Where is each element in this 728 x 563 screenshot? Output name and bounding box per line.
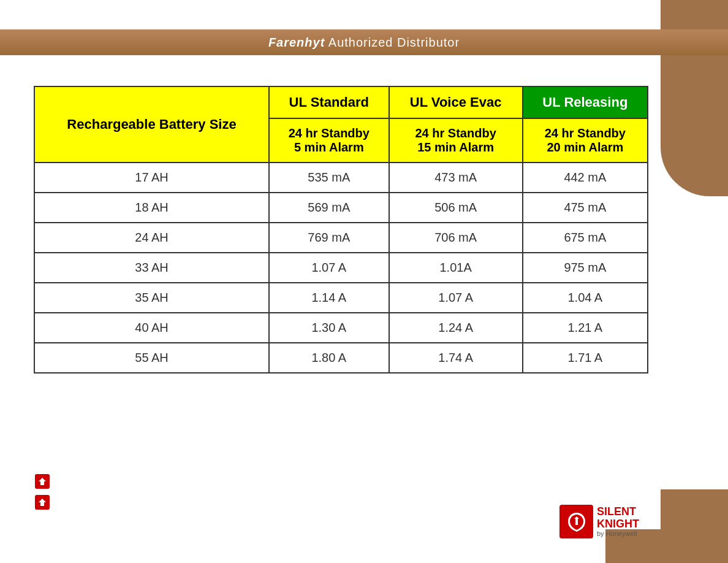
table-row: 40 AH1.30 A1.24 A1.21 A bbox=[34, 313, 648, 343]
table-row: 24 AH769 mA706 mA675 mA bbox=[34, 223, 648, 253]
table-row: 55 AH1.80 A1.74 A1.71 A bbox=[34, 343, 648, 373]
cell-releasing-0: 442 mA bbox=[523, 163, 648, 193]
footer-icons bbox=[34, 473, 51, 511]
col-releasing-header: UL Releasing bbox=[523, 86, 648, 118]
cell-standard-5: 1.30 A bbox=[269, 313, 389, 343]
sk-logo: SILENTKNIGHT by Honeywell bbox=[559, 505, 639, 538]
sk-logo-icon bbox=[559, 505, 593, 538]
cell-standard-3: 1.07 A bbox=[269, 253, 389, 283]
header-title: Farenhyt Authorized Distributor bbox=[268, 36, 460, 50]
cell-releasing-2: 675 mA bbox=[523, 223, 648, 253]
cell-voice-3: 1.01A bbox=[389, 253, 523, 283]
footer-icon-2 bbox=[34, 494, 51, 511]
footer-icon-1 bbox=[34, 473, 51, 490]
col-releasing-subheader: 24 hr Standby20 min Alarm bbox=[523, 118, 648, 163]
table-header-row-1: Rechargeable Battery Size UL Standard UL… bbox=[34, 86, 648, 118]
cell-size-5: 40 AH bbox=[34, 313, 269, 343]
cell-standard-4: 1.14 A bbox=[269, 283, 389, 313]
brand-name: Farenhyt bbox=[268, 36, 325, 49]
cell-voice-4: 1.07 A bbox=[389, 283, 523, 313]
col-standard-subheader: 24 hr Standby5 min Alarm bbox=[269, 118, 389, 163]
cell-size-6: 55 AH bbox=[34, 343, 269, 373]
table-row: 18 AH569 mA506 mA475 mA bbox=[34, 193, 648, 223]
cell-standard-6: 1.80 A bbox=[269, 343, 389, 373]
table-row: 33 AH1.07 A1.01A975 mA bbox=[34, 253, 648, 283]
cell-releasing-1: 475 mA bbox=[523, 193, 648, 223]
sk-brand-name: SILENTKNIGHT bbox=[597, 506, 639, 530]
main-content: Rechargeable Battery Size UL Standard UL… bbox=[34, 86, 648, 373]
cell-voice-1: 506 mA bbox=[389, 193, 523, 223]
header-bar: Farenhyt Authorized Distributor bbox=[0, 29, 728, 55]
cell-size-4: 35 AH bbox=[34, 283, 269, 313]
battery-table: Rechargeable Battery Size UL Standard UL… bbox=[34, 86, 648, 373]
cell-standard-0: 535 mA bbox=[269, 163, 389, 193]
cell-releasing-4: 1.04 A bbox=[523, 283, 648, 313]
table-body: 17 AH535 mA473 mA442 mA18 AH569 mA506 mA… bbox=[34, 163, 648, 373]
col-standard-header: UL Standard bbox=[269, 86, 389, 118]
cell-voice-2: 706 mA bbox=[389, 223, 523, 253]
cell-voice-6: 1.74 A bbox=[389, 343, 523, 373]
cell-standard-2: 769 mA bbox=[269, 223, 389, 253]
cell-voice-0: 473 mA bbox=[389, 163, 523, 193]
cell-size-2: 24 AH bbox=[34, 223, 269, 253]
cell-releasing-6: 1.71 A bbox=[523, 343, 648, 373]
corner-decoration-bottom-right bbox=[661, 489, 728, 563]
col-voice-header: UL Voice Evac bbox=[389, 86, 523, 118]
sk-sub-brand: by Honeywell bbox=[597, 530, 637, 537]
cell-releasing-3: 975 mA bbox=[523, 253, 648, 283]
cell-standard-1: 569 mA bbox=[269, 193, 389, 223]
cell-releasing-5: 1.21 A bbox=[523, 313, 648, 343]
table-row: 35 AH1.14 A1.07 A1.04 A bbox=[34, 283, 648, 313]
cell-size-0: 17 AH bbox=[34, 163, 269, 193]
cell-voice-5: 1.24 A bbox=[389, 313, 523, 343]
col-voice-subheader: 24 hr Standby15 min Alarm bbox=[389, 118, 523, 163]
header-subtitle: Authorized Distributor bbox=[325, 36, 460, 49]
sk-logo-text: SILENTKNIGHT by Honeywell bbox=[597, 506, 639, 538]
cell-size-1: 18 AH bbox=[34, 193, 269, 223]
table-row: 17 AH535 mA473 mA442 mA bbox=[34, 163, 648, 193]
sk-icon-svg bbox=[564, 510, 589, 534]
col-battery-header: Rechargeable Battery Size bbox=[34, 86, 269, 163]
cell-size-3: 33 AH bbox=[34, 253, 269, 283]
